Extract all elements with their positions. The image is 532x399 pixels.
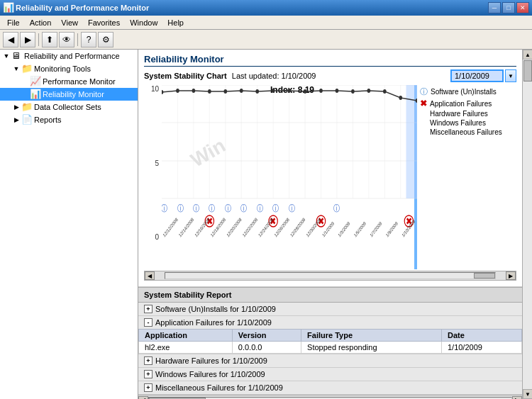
hardware-expand-button[interactable]: +: [144, 356, 153, 365]
windows-group-label: Windows Failures for 1/10/2009: [155, 370, 265, 378]
svg-text:1/7/2009: 1/7/2009: [369, 220, 382, 237]
svg-text:12/14/2008: 12/14/2008: [178, 216, 195, 237]
sidebar-item-reliability-monitor[interactable]: 📊 Reliability Monitor: [0, 88, 138, 101]
misc-expand-button[interactable]: +: [144, 383, 153, 392]
reports-expander[interactable]: ▶: [11, 115, 21, 125]
sidebar-item-data-collector[interactable]: ▶ 📁 Data Collector Sets: [0, 101, 138, 113]
install-icon: ⓘ: [420, 86, 428, 97]
svg-point-34: [367, 89, 371, 93]
col-date: Date: [441, 330, 521, 342]
perf-monitor-icon: 📈: [30, 76, 41, 87]
col-version: Version: [232, 330, 301, 342]
chart-legend: ⓘ Software (Un)Installs ✖ Application Fa…: [417, 85, 516, 269]
app-failures-expand-button[interactable]: -: [144, 318, 153, 327]
cell-failure-type: Stopped responding: [301, 342, 442, 354]
root-expander[interactable]: ▼: [1, 51, 11, 61]
scroll-left-button[interactable]: ◀: [145, 271, 155, 280]
sidebar-item-reports[interactable]: ▶ 📄 Reports: [0, 113, 138, 126]
sidebar-item-root[interactable]: ▼ 🖥 Reliability and Performance: [0, 50, 138, 62]
error-icon: ✖: [420, 99, 427, 108]
svg-text:ⓘ: ⓘ: [257, 203, 264, 213]
stability-chart-svg: ⓘ ⓘ ⓘ ⓘ ⓘ ⓘ ⓘ ⓘ ⓘ ⓘ ✖ ✖: [162, 85, 417, 237]
legend-software-label: Software (Un)Installs: [431, 88, 497, 96]
svg-text:ⓘ: ⓘ: [272, 203, 279, 213]
scrollbar-thumb[interactable]: [474, 273, 495, 279]
report-group-windows: + Windows Failures for 1/10/2009: [138, 368, 522, 381]
collector-label: Data Collector Sets: [34, 103, 101, 111]
report-group-hardware: + Hardware Failures for 1/10/2009: [138, 354, 522, 368]
legend-app-label: Application Failures: [430, 100, 492, 108]
menu-view[interactable]: View: [57, 18, 82, 28]
reliability-title: Reliability Monitor: [144, 54, 516, 67]
monitoring-expander[interactable]: ▼: [11, 64, 21, 74]
properties-button[interactable]: ⚙: [98, 32, 113, 47]
windows-expand-button[interactable]: +: [144, 370, 153, 378]
date-dropdown-button[interactable]: ▼: [505, 69, 516, 82]
menu-action[interactable]: Action: [26, 18, 56, 28]
chart-area: 10 5 0 Win Index: 8.19: [144, 85, 516, 269]
software-expand-button[interactable]: +: [144, 305, 153, 313]
minimize-button[interactable]: ─: [488, 2, 501, 13]
legend-misc-label: Miscellaneous Failures: [430, 128, 502, 136]
software-group-header[interactable]: + Software (Un)Installs for 1/10/2009: [138, 303, 522, 315]
chart-header: System Stability Chart Last updated: 1/1…: [144, 69, 516, 82]
svg-text:12/28/2008: 12/28/2008: [289, 216, 306, 237]
hardware-group-header[interactable]: + Hardware Failures for 1/10/2009: [138, 354, 522, 367]
menu-file[interactable]: File: [3, 18, 24, 28]
vscroll-thumb[interactable]: [523, 60, 532, 82]
root-icon: 🖥: [11, 50, 23, 62]
svg-point-28: [272, 89, 275, 93]
menu-favorites[interactable]: Favorites: [84, 18, 124, 28]
bottom-scrollbar[interactable]: ◀ ▶: [138, 395, 522, 399]
table-row: hl2.exe 0.0.0.0 Stopped responding 1/10/…: [139, 342, 522, 354]
sidebar-item-monitoring-tools[interactable]: ▼ 📁 Monitoring Tools: [0, 62, 138, 75]
restore-button[interactable]: □: [502, 2, 515, 13]
scroll-right-button[interactable]: ▶: [506, 271, 516, 280]
cell-date: 1/10/2009: [441, 342, 521, 354]
hscroll-right[interactable]: ▶: [512, 396, 522, 400]
cell-version: 0.0.0.0: [232, 342, 301, 354]
svg-point-35: [383, 89, 387, 94]
misc-group-header[interactable]: + Miscellaneous Failures for 1/10/2009: [138, 381, 522, 394]
forward-button[interactable]: ▶: [20, 32, 35, 47]
close-button[interactable]: ✕: [516, 2, 529, 13]
help-button[interactable]: ?: [81, 32, 96, 47]
app-failures-group-header[interactable]: - Application Failures for 1/10/2009: [138, 316, 522, 329]
collector-expander[interactable]: ▶: [11, 102, 21, 112]
toolbar: ◀ ▶ ⬆ 👁 ? ⚙: [0, 30, 532, 50]
legend-windows-failures: Windows Failures: [420, 119, 514, 127]
svg-text:12/12/2008: 12/12/2008: [162, 216, 179, 237]
vscroll-up-button[interactable]: ▲: [523, 50, 532, 60]
root-label: Reliability and Performance: [24, 52, 120, 60]
date-selector: ▼: [450, 69, 516, 82]
back-button[interactable]: ◀: [3, 32, 18, 47]
window-controls: ─ □ ✕: [488, 2, 529, 13]
hardware-group-label: Hardware Failures for 1/10/2009: [155, 356, 267, 365]
col-failure-type: Failure Type: [301, 330, 442, 342]
rel-monitor-label: Reliability Monitor: [43, 90, 104, 99]
menu-window[interactable]: Window: [126, 18, 162, 28]
legend-hardware-label: Hardware Failures: [430, 110, 488, 118]
misc-group-label: Miscellaneous Failures for 1/10/2009: [155, 383, 283, 392]
windows-group-header[interactable]: + Windows Failures for 1/10/2009: [138, 368, 522, 381]
menu-bar: File Action View Favorites Window Help: [0, 16, 532, 30]
chart-scrollbar[interactable]: ◀ ▶: [144, 271, 516, 281]
svg-point-26: [240, 89, 243, 93]
svg-point-23: [192, 89, 196, 93]
y-label-10: 10: [151, 85, 159, 93]
date-input[interactable]: [450, 69, 504, 82]
table-header-row: Application Version Failure Type Date: [139, 330, 522, 342]
svg-text:1/5/2009: 1/5/2009: [353, 220, 367, 237]
report-header: System Stability Report: [138, 288, 522, 303]
sidebar-item-performance-monitor[interactable]: 📈 Performance Monitor: [0, 75, 138, 88]
svg-point-32: [336, 89, 339, 93]
show-hide-button[interactable]: 👁: [59, 32, 74, 47]
up-button[interactable]: ⬆: [42, 32, 57, 47]
svg-text:ⓘ: ⓘ: [333, 203, 340, 213]
hscroll-left[interactable]: ◀: [138, 396, 148, 400]
svg-text:1/9/2009: 1/9/2009: [385, 220, 399, 237]
svg-point-27: [255, 89, 259, 94]
menu-help[interactable]: Help: [163, 18, 188, 28]
svg-text:ⓘ: ⓘ: [177, 203, 184, 213]
vscroll-down-button[interactable]: ▼: [523, 389, 532, 399]
